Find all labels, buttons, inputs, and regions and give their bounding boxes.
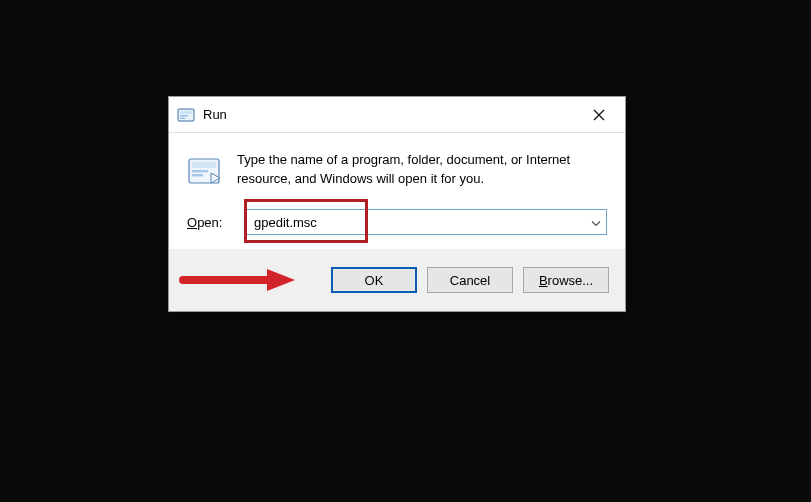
open-combobox[interactable] — [245, 209, 607, 235]
open-label: Open: — [187, 215, 235, 230]
svg-rect-8 — [192, 170, 208, 172]
titlebar: Run — [169, 97, 625, 133]
run-dialog: Run Type the name of a program, folder, … — [168, 96, 626, 312]
svg-rect-7 — [192, 162, 216, 168]
svg-rect-1 — [180, 111, 192, 114]
annotation-arrow — [179, 266, 299, 294]
dialog-body: Type the name of a program, folder, docu… — [169, 133, 625, 249]
run-icon — [177, 106, 195, 124]
ok-button[interactable]: OK — [331, 267, 417, 293]
close-button[interactable] — [577, 100, 621, 130]
svg-rect-3 — [180, 117, 185, 119]
cancel-button[interactable]: Cancel — [427, 267, 513, 293]
svg-rect-2 — [180, 115, 188, 117]
svg-rect-9 — [192, 174, 203, 176]
open-input[interactable] — [245, 209, 607, 235]
dialog-description: Type the name of a program, folder, docu… — [237, 151, 607, 189]
svg-marker-12 — [267, 269, 295, 291]
dialog-title: Run — [203, 107, 577, 122]
close-icon — [593, 109, 605, 121]
button-bar: OK Cancel Browse... — [169, 249, 625, 311]
browse-button[interactable]: Browse... — [523, 267, 609, 293]
run-icon-large — [187, 153, 223, 189]
